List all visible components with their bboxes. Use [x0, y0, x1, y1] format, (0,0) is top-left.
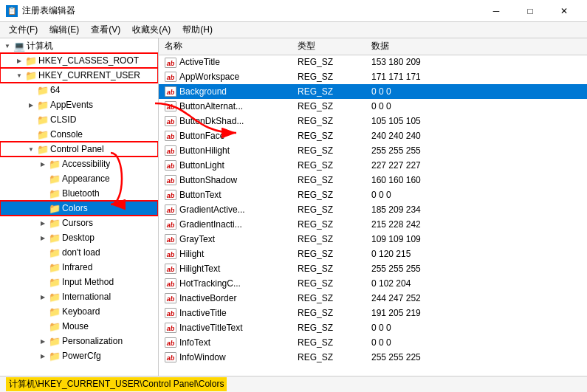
- reg-type-icon: ab: [165, 308, 176, 318]
- tree-item-input-method[interactable]: 📁 Input Method: [0, 275, 158, 289]
- table-row[interactable]: abHotTrackingC...REG_SZ0 102 204: [159, 276, 587, 291]
- toggle-international[interactable]: ▶: [37, 291, 49, 303]
- reg-entry-name: abActiveTitle: [159, 55, 292, 69]
- minimize-button[interactable]: ─: [479, 0, 513, 22]
- reg-entry-type: REG_SZ: [292, 69, 365, 84]
- toggle-64: [25, 84, 37, 96]
- tree-item-personalization[interactable]: ▶ 📁 Personalization: [0, 334, 158, 348]
- table-row[interactable]: abActiveTitleREG_SZ153 180 209: [159, 55, 587, 69]
- tree-item-clsid[interactable]: 📁 CLSID: [0, 112, 158, 127]
- reg-entry-type: REG_SZ: [292, 55, 365, 69]
- reg-entry-data: 109 109 109: [365, 232, 587, 247]
- toggle-personalization[interactable]: ▶: [37, 335, 49, 347]
- reg-entry-type: REG_SZ: [292, 350, 365, 365]
- toggle-desktop[interactable]: ▶: [37, 232, 49, 244]
- reg-entry-type: REG_SZ: [292, 99, 365, 114]
- folder-icon-cursors: 📁: [49, 217, 61, 229]
- tree-item-keyboard[interactable]: 📁 Keyboard: [0, 304, 158, 319]
- table-row[interactable]: abButtonFaceREG_SZ240 240 240: [159, 128, 587, 143]
- menu-edit[interactable]: 编辑(E): [44, 22, 85, 38]
- tree-item-computer[interactable]: ▼ 💻 计算机: [0, 38, 158, 53]
- tree-label-personalization: Personalization: [62, 336, 123, 346]
- tree-item-infrared[interactable]: 📁 Infrared: [0, 260, 158, 275]
- tree-label-console: Console: [50, 129, 83, 140]
- right-panel[interactable]: 名称 类型 数据 abActiveTitleREG_SZ153 180 209a…: [159, 38, 587, 376]
- reg-type-icon: ab: [165, 175, 176, 185]
- table-row[interactable]: abButtonHilightREG_SZ255 255 255: [159, 143, 587, 158]
- menu-view[interactable]: 查看(V): [85, 22, 126, 38]
- table-row[interactable]: abHilightREG_SZ0 120 215: [159, 247, 587, 261]
- folder-icon-infrared: 📁: [49, 261, 61, 273]
- tree-item-64[interactable]: 📁 64: [0, 83, 158, 97]
- reg-entry-name: abInactiveTitle: [159, 306, 292, 320]
- tree-item-current-user[interactable]: ▼ 📁 HKEY_CURRENT_USER: [0, 68, 158, 83]
- table-row[interactable]: abAppWorkspaceREG_SZ171 171 171: [159, 69, 587, 84]
- tree-item-accessibility[interactable]: ▶ 📁 Accessibility: [0, 157, 158, 171]
- toggle-appevents[interactable]: ▶: [25, 99, 37, 111]
- tree-item-cursors[interactable]: ▶ 📁 Cursors: [0, 216, 158, 230]
- close-button[interactable]: ✕: [547, 0, 581, 22]
- table-row[interactable]: abButtonLightREG_SZ227 227 227: [159, 158, 587, 173]
- reg-type-icon: ab: [165, 58, 176, 68]
- tree-item-appevents[interactable]: ▶ 📁 AppEvents: [0, 97, 158, 112]
- table-row[interactable]: abGradientInacti...REG_SZ215 228 242: [159, 217, 587, 232]
- table-row[interactable]: abInactiveBorderREG_SZ244 247 252: [159, 291, 587, 306]
- table-row[interactable]: abInactiveTitleREG_SZ191 205 219: [159, 306, 587, 320]
- folder-icon-desktop: 📁: [49, 232, 61, 244]
- folder-icon-mouse: 📁: [49, 320, 61, 332]
- table-row[interactable]: abButtonShadowREG_SZ160 160 160: [159, 173, 587, 188]
- table-row[interactable]: abBackgroundREG_SZ0 0 0: [159, 84, 587, 99]
- tree-item-bluetooth[interactable]: 📁 Bluetooth: [0, 186, 158, 201]
- tree-item-desktop[interactable]: ▶ 📁 Desktop: [0, 230, 158, 245]
- menu-help[interactable]: 帮助(H): [176, 22, 219, 38]
- tree-item-colors[interactable]: 📁 Colors: [0, 201, 158, 216]
- table-row[interactable]: abInfoTextREG_SZ0 0 0: [159, 335, 587, 350]
- reg-entry-name: abButtonFace: [159, 128, 292, 143]
- registry-table: 名称 类型 数据 abActiveTitleREG_SZ153 180 209a…: [159, 38, 587, 365]
- table-row[interactable]: abButtonDkShad...REG_SZ105 105 105: [159, 114, 587, 128]
- reg-type-icon: ab: [165, 131, 176, 141]
- reg-type-icon: ab: [165, 234, 176, 244]
- tree-item-control-panel[interactable]: ▼ 📁 Control Panel: [0, 142, 158, 157]
- menu-favorites[interactable]: 收藏夹(A): [126, 22, 176, 38]
- reg-entry-data: 0 120 215: [365, 247, 587, 261]
- tree-label-input-method: Input Method: [62, 277, 114, 287]
- table-row[interactable]: abGrayTextREG_SZ109 109 109: [159, 232, 587, 247]
- folder-icon-colors: 📁: [49, 202, 61, 214]
- tree-item-mouse[interactable]: 📁 Mouse: [0, 319, 158, 334]
- tree-label-powercfg: PowerCfg: [62, 351, 101, 361]
- tree-item-classes-root[interactable]: ▶ 📁 HKEY_CLASSES_ROOT: [0, 53, 158, 68]
- reg-type-icon: ab: [165, 160, 176, 171]
- toggle-control-panel[interactable]: ▼: [25, 143, 37, 155]
- reg-entry-name: abGradientInacti...: [159, 217, 292, 232]
- reg-entry-name: abGradientActive...: [159, 202, 292, 217]
- table-row[interactable]: abInfoWindowREG_SZ255 255 225: [159, 350, 587, 365]
- table-row[interactable]: abHilightTextREG_SZ255 255 255: [159, 261, 587, 276]
- reg-entry-type: REG_SZ: [292, 232, 365, 247]
- maximize-button[interactable]: □: [513, 0, 547, 22]
- table-row[interactable]: abGradientActive...REG_SZ185 209 234: [159, 202, 587, 217]
- toggle-colors: [37, 202, 49, 214]
- tree-label-mouse: Mouse: [62, 321, 89, 331]
- toggle-powercfg[interactable]: ▶: [37, 350, 49, 362]
- table-row[interactable]: abButtonTextREG_SZ0 0 0: [159, 188, 587, 202]
- toggle-computer[interactable]: ▼: [1, 40, 13, 52]
- tree-item-powercfg[interactable]: ▶ 📁 PowerCfg: [0, 348, 158, 363]
- reg-entry-data: 215 228 242: [365, 217, 587, 232]
- reg-entry-data: 227 227 227: [365, 158, 587, 173]
- reg-entry-data: 0 102 204: [365, 276, 587, 291]
- table-row[interactable]: abInactiveTitleTextREG_SZ0 0 0: [159, 320, 587, 335]
- toggle-current-user[interactable]: ▼: [13, 69, 25, 81]
- table-row[interactable]: abButtonAlternat...REG_SZ0 0 0: [159, 99, 587, 114]
- toggle-mouse: [37, 320, 49, 332]
- menu-file[interactable]: 文件(F): [3, 22, 44, 38]
- tree-panel[interactable]: ▼ 💻 计算机 ▶ 📁 HKEY_CLASSES_ROOT ▼ 📁 HKEY_C…: [0, 38, 159, 376]
- toggle-accessibility[interactable]: ▶: [37, 158, 49, 170]
- reg-entry-name: abGrayText: [159, 232, 292, 247]
- tree-item-console[interactable]: 📁 Console: [0, 127, 158, 142]
- tree-item-international[interactable]: ▶ 📁 International: [0, 289, 158, 304]
- toggle-cursors[interactable]: ▶: [37, 217, 49, 229]
- tree-item-appearance[interactable]: 📁 Appearance: [0, 171, 158, 186]
- tree-item-dont-load[interactable]: 📁 don't load: [0, 245, 158, 260]
- toggle-classes-root[interactable]: ▶: [13, 55, 25, 66]
